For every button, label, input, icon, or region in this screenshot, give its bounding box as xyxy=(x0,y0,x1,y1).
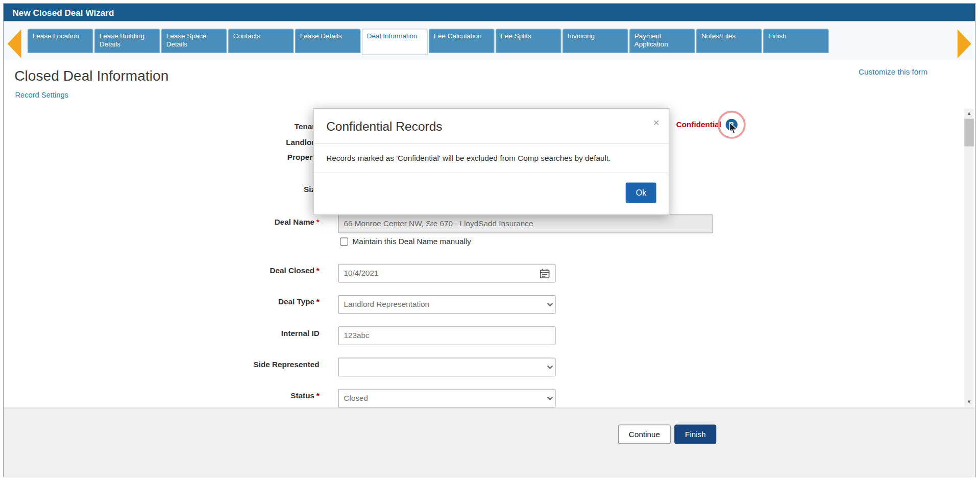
status-select[interactable]: Closed xyxy=(338,389,555,408)
ok-button[interactable]: Ok xyxy=(626,183,656,203)
required-marker: * xyxy=(316,267,320,275)
tab-invoicing[interactable]: Invoicing xyxy=(562,29,628,53)
deal-closed-input[interactable] xyxy=(338,264,555,283)
deal-type-select[interactable]: Landlord Representation xyxy=(338,295,555,314)
deal-closed-label: Deal Closed* xyxy=(4,267,319,275)
scroll-up-icon[interactable]: ▲ xyxy=(964,109,973,118)
status-label: Status* xyxy=(4,392,319,400)
property-label: Property xyxy=(4,153,319,162)
landlord-label: Landlord xyxy=(4,138,319,147)
wizard-title: New Closed Deal Wizard xyxy=(12,8,114,18)
tab-list: Lease Location Lease Building Details Le… xyxy=(28,29,830,55)
mouse-cursor-icon xyxy=(729,122,738,135)
side-represented-select[interactable] xyxy=(338,357,555,376)
tab-lease-building-details[interactable]: Lease Building Details xyxy=(94,29,160,53)
maintain-deal-name-label: Maintain this Deal Name manually xyxy=(353,237,471,246)
scroll-down-icon[interactable]: ▼ xyxy=(964,397,973,406)
tabs-scroll-right-arrow[interactable] xyxy=(958,30,971,58)
maintain-deal-name-row: Maintain this Deal Name manually xyxy=(340,237,471,246)
close-icon[interactable]: × xyxy=(653,117,659,129)
maintain-deal-name-checkbox[interactable] xyxy=(340,237,348,246)
continue-button[interactable]: Continue xyxy=(618,424,671,444)
tab-finish[interactable]: Finish xyxy=(763,29,829,53)
wizard-footer: Continue Finish xyxy=(4,407,975,477)
dialog-message: Records marked as 'Confidential' will be… xyxy=(314,143,669,173)
tenant-label: Tenant xyxy=(4,123,319,131)
dialog-header: Confidential Records × xyxy=(314,109,669,143)
page-title: Closed Deal Information xyxy=(14,67,168,84)
tab-deal-information[interactable]: Deal Information xyxy=(362,29,428,55)
tab-payment-application[interactable]: Payment Application xyxy=(629,29,695,53)
dialog-title: Confidential Records xyxy=(326,119,442,133)
required-marker: * xyxy=(316,392,320,400)
deal-name-input[interactable] xyxy=(338,214,713,233)
calendar-icon[interactable] xyxy=(540,268,550,279)
tabs-scroll-left-arrow[interactable] xyxy=(8,30,21,58)
tab-lease-location[interactable]: Lease Location xyxy=(28,29,93,53)
tab-strip: Lease Location Lease Building Details Le… xyxy=(4,21,975,60)
deal-type-label: Deal Type* xyxy=(4,298,319,306)
side-represented-label: Side Represented xyxy=(4,360,319,369)
finish-button[interactable]: Finish xyxy=(674,424,716,444)
tab-notes-files[interactable]: Notes/Files xyxy=(696,29,762,53)
internal-id-label: Internal ID xyxy=(4,329,319,338)
deal-name-label: Deal Name* xyxy=(4,218,319,226)
tab-fee-splits[interactable]: Fee Splits xyxy=(496,29,561,53)
vertical-scrollbar[interactable]: ▲ ▼ xyxy=(964,109,973,406)
tab-lease-space-details[interactable]: Lease Space Details xyxy=(161,29,227,53)
tab-fee-calculation[interactable]: Fee Calculation xyxy=(429,29,495,53)
wizard-window: New Closed Deal Wizard Lease Location Le… xyxy=(3,3,975,477)
required-marker: * xyxy=(316,298,320,306)
internal-id-input[interactable] xyxy=(338,326,555,345)
required-marker: * xyxy=(316,218,320,226)
app-root: New Closed Deal Wizard Lease Location Le… xyxy=(0,0,980,481)
tab-contacts[interactable]: Contacts xyxy=(228,29,294,53)
customize-form-link[interactable]: Customize this form xyxy=(859,67,927,76)
wizard-titlebar: New Closed Deal Wizard xyxy=(4,4,975,21)
tab-lease-details[interactable]: Lease Details xyxy=(295,29,361,53)
confidential-records-dialog: Confidential Records × Records marked as… xyxy=(313,108,669,215)
size-label: Size xyxy=(4,185,319,194)
scrollbar-thumb[interactable] xyxy=(964,119,973,147)
record-settings-link[interactable]: Record Settings xyxy=(15,91,68,100)
dialog-footer: Ok xyxy=(314,173,669,214)
